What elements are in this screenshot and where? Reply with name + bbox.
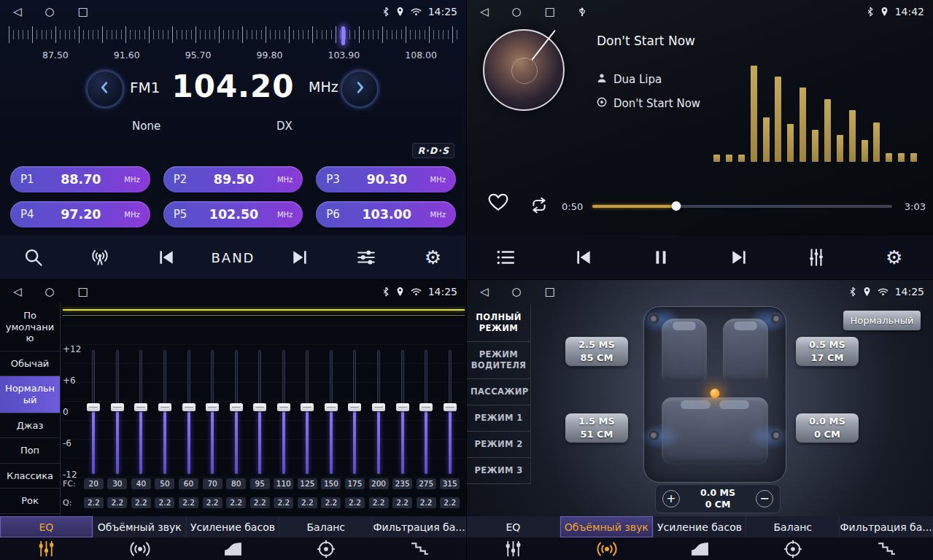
next-icon[interactable] <box>266 248 333 267</box>
slider-handle[interactable] <box>301 403 314 411</box>
audio-tab-3[interactable]: Усиление басов <box>654 516 747 537</box>
eq-preset-6[interactable]: Классика <box>0 464 60 489</box>
audio-tab-4[interactable]: Баланс <box>746 516 840 537</box>
favorite-heart-icon[interactable] <box>487 192 509 215</box>
delay-chip-rear-left[interactable]: 1.5 MS51 CM <box>565 413 628 443</box>
settings-gear-icon[interactable]: ⚙ <box>856 248 933 267</box>
surround-icon[interactable] <box>93 537 187 560</box>
eq-preset-5[interactable]: Поп <box>0 438 60 464</box>
eq-preset-1[interactable]: По умолчанию <box>0 303 60 351</box>
audio-tab-5[interactable]: Фильтрация ба... <box>373 516 466 537</box>
slider-handle[interactable] <box>253 403 266 411</box>
tuning-indicator[interactable] <box>341 26 345 45</box>
delay-chip-front-right[interactable]: 0.5 MS17 CM <box>796 337 859 366</box>
audio-tab-2[interactable]: Объёмный звук <box>93 516 187 537</box>
back-icon[interactable]: ◁ <box>13 7 22 18</box>
decrease-delay-button[interactable]: − <box>756 490 773 508</box>
preset-button-p2[interactable]: P289.50MHz <box>163 166 303 192</box>
eq-preset-2[interactable]: Обычай <box>0 351 60 377</box>
tune-up-button[interactable] <box>341 70 379 108</box>
preset-button-p3[interactable]: P390.30MHz <box>316 166 456 192</box>
mode-item-5[interactable]: РЕЖИМ 2 <box>467 432 530 458</box>
eq-band-slider[interactable] <box>272 350 296 474</box>
bass-boost-icon[interactable] <box>654 537 747 560</box>
recents-icon[interactable]: □ <box>78 287 88 298</box>
slider-handle[interactable] <box>206 403 219 411</box>
eq-band-slider[interactable] <box>248 350 272 474</box>
audio-tab-5[interactable]: Фильтрация ба... <box>840 516 933 537</box>
listener-position-handle[interactable] <box>711 389 720 398</box>
preset-button-p4[interactable]: P497.20MHz <box>10 201 150 228</box>
eq-band-slider[interactable] <box>414 350 438 474</box>
balance-icon[interactable] <box>746 537 840 560</box>
band-button[interactable]: BAND <box>200 250 266 265</box>
slider-handle[interactable] <box>396 403 409 411</box>
slider-handle[interactable] <box>348 403 361 411</box>
recents-icon[interactable]: □ <box>545 7 555 18</box>
audio-tab-3[interactable]: Усиление басов <box>187 516 280 537</box>
eq-band-slider[interactable] <box>367 350 391 474</box>
eq-preset-4[interactable]: Джаз <box>0 413 60 439</box>
preset-button-p5[interactable]: P5102.50MHz <box>163 201 303 228</box>
mode-item-3[interactable]: ПАССАЖИР <box>467 379 530 405</box>
equalizer-icon[interactable] <box>333 248 399 267</box>
back-icon[interactable]: ◁ <box>13 287 22 298</box>
audio-tab-2[interactable]: Объёмный звук <box>560 516 654 537</box>
soundfield-preset-button[interactable]: Нормальный <box>843 311 921 330</box>
audio-tab-1[interactable]: EQ <box>0 516 93 537</box>
eq-band-slider[interactable] <box>390 350 414 474</box>
back-icon[interactable]: ◁ <box>480 287 489 298</box>
slider-handle[interactable] <box>158 403 171 411</box>
pause-icon[interactable] <box>622 248 700 267</box>
eq-icon[interactable] <box>467 537 560 560</box>
slider-handle[interactable] <box>325 403 338 411</box>
mode-item-1[interactable]: ПОЛНЫЙ РЕЖИМ <box>467 305 530 342</box>
settings-gear-icon[interactable]: ⚙ <box>400 248 466 267</box>
slider-handle[interactable] <box>230 403 243 411</box>
slider-handle[interactable] <box>111 403 124 411</box>
slider-handle[interactable] <box>87 403 100 411</box>
slider-handle[interactable] <box>372 403 385 411</box>
eq-band-slider[interactable] <box>82 350 106 474</box>
filter-icon[interactable] <box>840 537 933 560</box>
preset-button-p1[interactable]: P188.70MHz <box>10 166 150 192</box>
delay-chip-front-left[interactable]: 2.5 MS85 CM <box>565 337 628 366</box>
mode-item-6[interactable]: РЕЖИМ 3 <box>467 458 530 484</box>
eq-icon[interactable] <box>0 537 93 560</box>
slider-handle[interactable] <box>277 403 290 411</box>
home-icon[interactable]: ○ <box>512 287 522 298</box>
eq-band-slider[interactable] <box>129 350 153 474</box>
home-icon[interactable]: ○ <box>512 7 522 18</box>
increase-delay-button[interactable]: + <box>662 490 680 508</box>
home-icon[interactable]: ○ <box>45 287 55 298</box>
eq-band-slider[interactable] <box>201 350 225 474</box>
surround-icon[interactable] <box>560 537 654 560</box>
previous-icon[interactable] <box>133 248 200 267</box>
filter-icon[interactable] <box>373 537 466 560</box>
eq-band-slider[interactable] <box>106 350 130 474</box>
slider-handle[interactable] <box>444 403 457 411</box>
slider-handle[interactable] <box>134 403 147 411</box>
next-icon[interactable] <box>700 248 778 267</box>
repeat-icon[interactable] <box>530 197 549 217</box>
home-icon[interactable]: ○ <box>45 7 55 18</box>
recents-icon[interactable]: □ <box>78 7 88 18</box>
back-icon[interactable]: ◁ <box>480 7 489 18</box>
eq-band-slider[interactable] <box>343 350 367 474</box>
bass-boost-icon[interactable] <box>187 537 280 560</box>
eq-band-slider[interactable] <box>153 350 177 474</box>
playlist-icon[interactable] <box>467 248 545 267</box>
audio-tab-4[interactable]: Баланс <box>279 516 373 537</box>
eq-band-slider[interactable] <box>438 350 462 474</box>
mode-item-4[interactable]: РЕЖИМ 1 <box>467 405 530 432</box>
progress-thumb[interactable] <box>672 201 681 211</box>
seek-bar[interactable] <box>592 205 892 208</box>
slider-handle[interactable] <box>419 403 433 411</box>
eq-band-slider[interactable] <box>320 350 344 474</box>
delay-chip-rear-right[interactable]: 0.0 MS0 CM <box>796 413 859 443</box>
frequency-scale[interactable]: 87.5091.6095.7099.80103.90108.00 <box>0 23 466 63</box>
preset-button-p6[interactable]: P6103.00MHz <box>316 201 456 228</box>
eq-band-slider[interactable] <box>224 350 248 474</box>
eq-preset-7[interactable]: Рок <box>0 489 60 514</box>
mixer-icon[interactable] <box>778 247 856 268</box>
